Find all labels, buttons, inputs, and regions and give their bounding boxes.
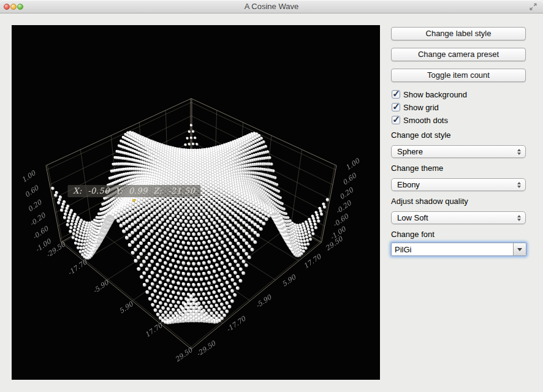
chevron-down-icon xyxy=(517,248,522,251)
titlebar[interactable]: A Cosine Wave xyxy=(0,0,543,13)
plot-area: X: -0.50 Y: 0.99 Z: -21.50 xyxy=(12,25,380,380)
scatter-3d-canvas[interactable] xyxy=(12,25,380,380)
checkbox-label: Show grid xyxy=(403,103,439,112)
control-panel: Change label style Change camera preset … xyxy=(391,27,526,256)
theme-select[interactable]: Ebony xyxy=(391,178,526,191)
font-section-label: Change font xyxy=(391,230,526,239)
dot-style-select[interactable]: Sphere xyxy=(391,145,526,158)
fullscreen-icon[interactable] xyxy=(529,2,537,11)
change-label-style-button[interactable]: Change label style xyxy=(391,27,526,40)
theme-section-label: Change theme xyxy=(391,164,526,173)
theme-value: Ebony xyxy=(397,180,517,189)
dot-style-value: Sphere xyxy=(397,147,517,156)
change-camera-preset-button[interactable]: Change camera preset xyxy=(391,48,526,61)
checkbox-label: Smooth dots xyxy=(403,116,448,125)
combo-dropdown-button[interactable] xyxy=(513,243,526,255)
smooth-dots-checkbox[interactable]: ✓ Smooth dots xyxy=(391,115,526,125)
font-value: PilGi xyxy=(395,245,513,254)
checkbox-label: Show background xyxy=(403,90,467,99)
app-window: A Cosine Wave X: -0.50 Y: 0.99 Z: -21.50… xyxy=(0,0,543,392)
shadow-quality-section-label: Adjust shadow quality xyxy=(391,197,526,206)
checkbox-group: ✓ Show background ✓ Show grid ✓ Smooth d… xyxy=(391,89,526,125)
popup-stepper-icon xyxy=(517,149,521,155)
checkbox-checked-icon: ✓ xyxy=(392,116,400,124)
shadow-quality-select[interactable]: Low Soft xyxy=(391,211,526,224)
font-combobox[interactable]: PilGi xyxy=(391,243,526,256)
selection-label: X: -0.50 Y: 0.99 Z: -21.50 xyxy=(67,185,200,197)
checkbox-checked-icon: ✓ xyxy=(392,103,400,111)
show-background-checkbox[interactable]: ✓ Show background xyxy=(391,89,526,99)
popup-stepper-icon xyxy=(517,182,521,188)
toggle-item-count-button[interactable]: Toggle item count xyxy=(391,69,526,82)
popup-stepper-icon xyxy=(517,215,521,221)
window-title: A Cosine Wave xyxy=(0,0,543,13)
shadow-quality-value: Low Soft xyxy=(397,213,517,222)
dot-style-section-label: Change dot style xyxy=(391,130,526,140)
checkbox-checked-icon: ✓ xyxy=(392,90,400,99)
show-grid-checkbox[interactable]: ✓ Show grid xyxy=(391,102,526,112)
